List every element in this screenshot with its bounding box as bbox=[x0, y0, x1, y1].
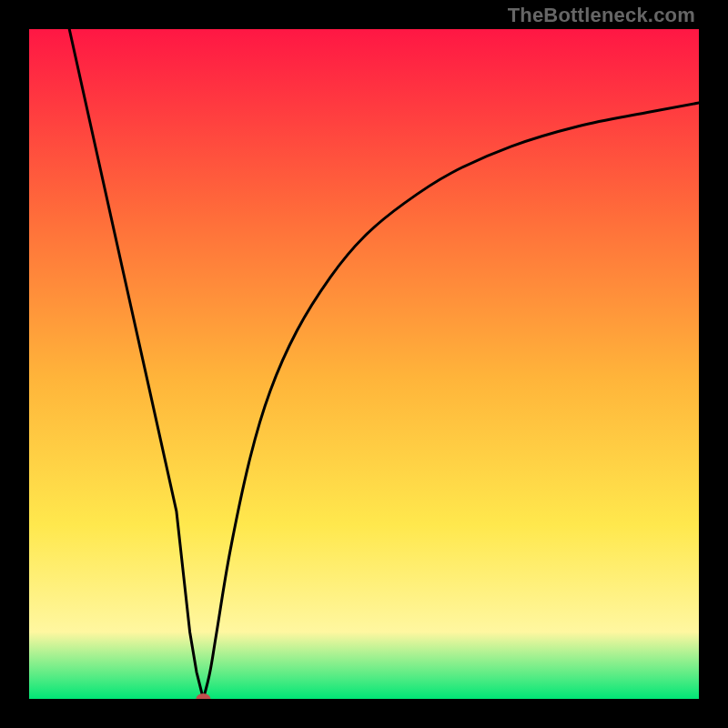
gradient-background bbox=[29, 29, 699, 699]
plot-area bbox=[29, 29, 699, 699]
watermark-text: TheBottleneck.com bbox=[508, 4, 695, 27]
chart-frame: TheBottleneck.com bbox=[0, 0, 728, 728]
bottleneck-chart bbox=[29, 29, 699, 699]
